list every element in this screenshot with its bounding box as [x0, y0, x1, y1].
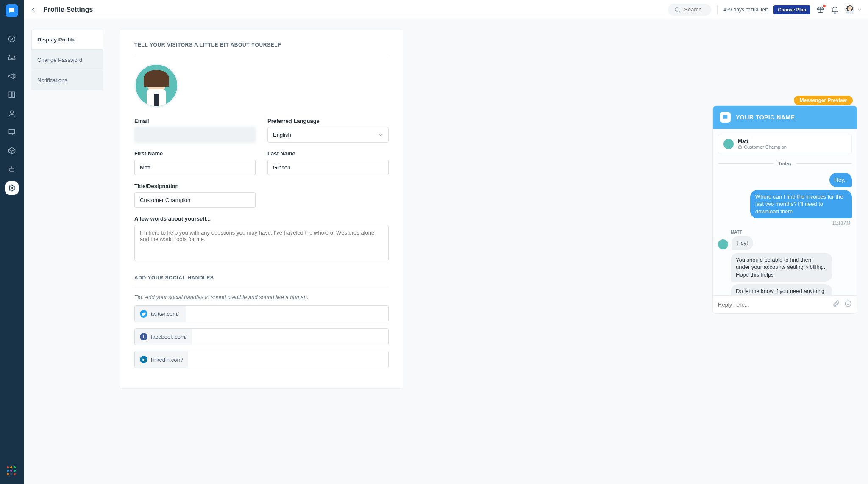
language-select[interactable]: English: [267, 127, 389, 143]
svg-point-5: [675, 7, 679, 11]
svg-rect-2: [9, 129, 14, 133]
agent-name: Matt: [738, 138, 787, 144]
chevron-left-icon: [30, 6, 37, 14]
presentation-icon: [8, 128, 16, 136]
user-message: Hey..: [829, 173, 852, 187]
nav-campaigns[interactable]: [3, 67, 20, 86]
paperclip-icon: [832, 300, 840, 307]
profile-card: Tell your visitors a little bit about yo…: [120, 30, 403, 389]
day-separator: Today: [718, 161, 852, 166]
gauge-icon: [8, 35, 16, 43]
bio-field[interactable]: [134, 225, 389, 261]
title-field[interactable]: [134, 192, 256, 208]
label-lastname: Last Name: [267, 150, 389, 157]
label-bio: A few words about yourself...: [134, 216, 389, 222]
email-field: [134, 127, 256, 143]
facebook-prefix: facebook.com/: [151, 334, 187, 340]
last-name-field[interactable]: [267, 160, 389, 175]
agent-avatar: [723, 139, 734, 149]
profile-menu[interactable]: [845, 5, 862, 14]
nav-reports[interactable]: [3, 123, 20, 141]
megaphone-icon: [8, 72, 16, 80]
facebook-icon: f: [140, 333, 147, 340]
body: Display Profile Change Password Notifica…: [24, 19, 868, 484]
facebook-input[interactable]: [192, 329, 388, 345]
smile-icon: [844, 300, 852, 307]
nav-integrations[interactable]: [3, 141, 20, 160]
chevron-down-icon: [857, 7, 862, 12]
agent-role: Customer Champion: [744, 144, 787, 149]
gear-icon: [8, 184, 16, 192]
label-language: Preferred Language: [267, 118, 389, 124]
first-name-field[interactable]: [134, 160, 256, 175]
apps-grid-icon[interactable]: [7, 466, 17, 476]
search-input[interactable]: [684, 6, 705, 13]
briefcase-icon: [738, 145, 742, 149]
topbar: Profile Settings 459 days of trial left …: [24, 0, 868, 19]
search-box[interactable]: [668, 4, 711, 16]
inbox-icon: [8, 53, 16, 62]
profile-avatar[interactable]: [134, 64, 178, 108]
search-icon: [674, 6, 681, 13]
label-firstname: First Name: [134, 150, 256, 157]
social-tip: Tip: Add your social handles to sound cr…: [134, 294, 389, 300]
person-icon: [8, 109, 16, 118]
nav-dashboard[interactable]: [3, 30, 20, 48]
bot-icon: [8, 165, 16, 174]
agent-message: Do let me know if you need anything more…: [731, 284, 832, 295]
agent-message: Hey!: [732, 236, 753, 250]
tab-change-password[interactable]: Change Password: [31, 50, 103, 70]
sender-label: MATT: [731, 230, 852, 235]
linkedin-input[interactable]: [188, 351, 388, 368]
user-message: Where can I find the invoices for the la…: [750, 190, 852, 219]
nav-knowledge[interactable]: [3, 86, 20, 104]
twitter-icon: [140, 310, 147, 318]
choose-plan-button[interactable]: Choose Plan: [773, 5, 810, 14]
twitter-row: twitter.com/: [134, 305, 389, 322]
bell-button[interactable]: [831, 6, 839, 14]
chevron-down-icon: [378, 133, 383, 138]
label-title: Title/Designation: [134, 183, 256, 189]
chat-input-bar: [713, 295, 857, 313]
trial-status: 459 days of trial left: [723, 7, 768, 13]
label-email: Email: [134, 118, 256, 124]
preview-panel: Messenger Preview YOUR TOPIC NAME Matt: [713, 106, 857, 313]
notification-dot: [823, 5, 826, 7]
chat-icon: [8, 7, 16, 14]
avatar: [845, 5, 854, 14]
nav-people[interactable]: [3, 104, 20, 123]
linkedin-row: in linkedin.com/: [134, 351, 389, 368]
left-rail: [0, 0, 24, 484]
side-panel: Display Profile Change Password Notifica…: [24, 19, 108, 484]
timestamp: 11:18 AM: [720, 221, 850, 226]
topic-name: YOUR TOPIC NAME: [736, 114, 795, 121]
bell-icon: [831, 6, 839, 14]
svg-rect-3: [10, 168, 14, 171]
book-icon: [8, 91, 16, 99]
twitter-prefix: twitter.com/: [151, 311, 179, 317]
svg-point-1: [11, 111, 14, 113]
tab-notifications[interactable]: Notifications: [31, 70, 103, 91]
reply-input[interactable]: [718, 301, 828, 308]
nav-inbox[interactable]: [3, 48, 20, 67]
chat-widget: YOUR TOPIC NAME Matt Customer Champion: [713, 106, 857, 313]
divider: [717, 5, 718, 14]
nav-settings[interactable]: [5, 181, 19, 195]
twitter-input[interactable]: [186, 306, 388, 322]
tab-display-profile[interactable]: Display Profile: [31, 30, 103, 50]
brand-logo[interactable]: [6, 4, 18, 17]
box-icon: [8, 147, 16, 155]
emoji-button[interactable]: [844, 300, 852, 309]
attachment-button[interactable]: [832, 300, 840, 309]
gift-button[interactable]: [816, 6, 825, 14]
chat-logo-icon: [720, 112, 731, 123]
section-about-title: Tell your visitors a little bit about yo…: [134, 42, 389, 55]
agent-avatar-small: [718, 239, 728, 249]
nav-bots[interactable]: [3, 160, 20, 179]
language-value: English: [273, 132, 291, 138]
agent-message: You should be able to find them under yo…: [731, 253, 832, 282]
svg-point-4: [11, 187, 13, 189]
chat-header: YOUR TOPIC NAME: [713, 106, 857, 129]
back-button[interactable]: [30, 6, 37, 14]
agent-card: Matt Customer Champion: [718, 134, 852, 154]
